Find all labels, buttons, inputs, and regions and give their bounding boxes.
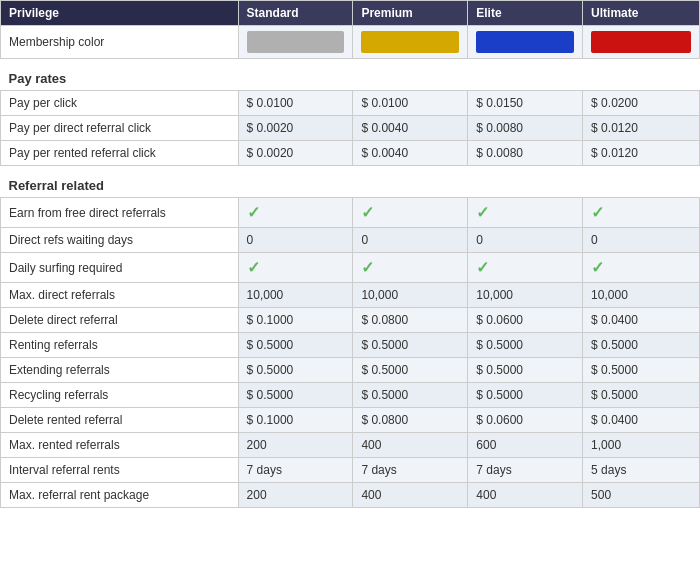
elite-cell: 600 <box>468 433 583 458</box>
standard-cell: $ 0.0100 <box>238 91 353 116</box>
header-elite: Elite <box>468 1 583 26</box>
ultimate-cell: $ 0.0400 <box>583 408 700 433</box>
standard-cell: 10,000 <box>238 283 353 308</box>
premium-cell: $ 0.5000 <box>353 333 468 358</box>
header-ultimate: Ultimate <box>583 1 700 26</box>
standard-cell: $ 0.5000 <box>238 383 353 408</box>
standard-cell: 7 days <box>238 458 353 483</box>
standard-cell: 200 <box>238 483 353 508</box>
ultimate-cell: ✓ <box>583 253 700 283</box>
checkmark-icon: ✓ <box>247 204 260 221</box>
privilege-label-cell: Max. direct referrals <box>1 283 239 308</box>
table-row: Direct refs waiting days0000 <box>1 228 700 253</box>
ultimate-cell: 1,000 <box>583 433 700 458</box>
standard-cell: 0 <box>238 228 353 253</box>
table-row: Extending referrals$ 0.5000$ 0.5000$ 0.5… <box>1 358 700 383</box>
ultimate-color-cell <box>583 26 700 59</box>
privilege-label-cell: Recycling referrals <box>1 383 239 408</box>
premium-cell: 7 days <box>353 458 468 483</box>
standard-cell: ✓ <box>238 198 353 228</box>
elite-cell: $ 0.0080 <box>468 141 583 166</box>
privilege-label-cell: Interval referral rents <box>1 458 239 483</box>
section-title: Pay rates <box>1 59 700 91</box>
premium-cell: $ 0.0040 <box>353 116 468 141</box>
privilege-label-cell: Max. referral rent package <box>1 483 239 508</box>
premium-cell: $ 0.5000 <box>353 358 468 383</box>
ultimate-cell: $ 0.5000 <box>583 383 700 408</box>
header-privilege: Privilege <box>1 1 239 26</box>
table-row: Max. referral rent package200400400500 <box>1 483 700 508</box>
header-premium: Premium <box>353 1 468 26</box>
ultimate-cell: $ 0.0400 <box>583 308 700 333</box>
standard-cell: $ 0.5000 <box>238 333 353 358</box>
ultimate-cell: $ 0.0120 <box>583 141 700 166</box>
table-row: Pay per click$ 0.0100$ 0.0100$ 0.0150$ 0… <box>1 91 700 116</box>
checkmark-icon: ✓ <box>591 259 604 276</box>
privilege-label-cell: Pay per direct referral click <box>1 116 239 141</box>
ultimate-cell: 0 <box>583 228 700 253</box>
elite-cell: $ 0.5000 <box>468 358 583 383</box>
ultimate-color-swatch <box>591 31 691 53</box>
table-row: Pay per rented referral click$ 0.0020$ 0… <box>1 141 700 166</box>
checkmark-icon: ✓ <box>476 259 489 276</box>
ultimate-cell: $ 0.5000 <box>583 358 700 383</box>
section-header-row: Pay rates <box>1 59 700 91</box>
table-row: Interval referral rents7 days7 days7 day… <box>1 458 700 483</box>
privilege-label-cell: Daily surfing required <box>1 253 239 283</box>
standard-cell: 200 <box>238 433 353 458</box>
elite-color-cell <box>468 26 583 59</box>
elite-cell: 0 <box>468 228 583 253</box>
elite-cell: $ 0.5000 <box>468 383 583 408</box>
table-row: Renting referrals$ 0.5000$ 0.5000$ 0.500… <box>1 333 700 358</box>
privilege-label-cell: Renting referrals <box>1 333 239 358</box>
table-row: Delete rented referral$ 0.1000$ 0.0800$ … <box>1 408 700 433</box>
standard-cell: $ 0.5000 <box>238 358 353 383</box>
premium-cell: $ 0.0800 <box>353 408 468 433</box>
premium-cell: $ 0.0800 <box>353 308 468 333</box>
privilege-label-cell: Delete direct referral <box>1 308 239 333</box>
standard-cell: $ 0.0020 <box>238 116 353 141</box>
standard-cell: $ 0.1000 <box>238 308 353 333</box>
section-title: Referral related <box>1 166 700 198</box>
premium-cell: ✓ <box>353 198 468 228</box>
checkmark-icon: ✓ <box>247 259 260 276</box>
premium-cell: 10,000 <box>353 283 468 308</box>
premium-cell: $ 0.5000 <box>353 383 468 408</box>
table-row: Delete direct referral$ 0.1000$ 0.0800$ … <box>1 308 700 333</box>
checkmark-icon: ✓ <box>476 204 489 221</box>
premium-color-cell <box>353 26 468 59</box>
premium-color-swatch <box>361 31 459 53</box>
header-standard: Standard <box>238 1 353 26</box>
privilege-label-cell: Direct refs waiting days <box>1 228 239 253</box>
premium-cell: $ 0.0040 <box>353 141 468 166</box>
elite-cell: 10,000 <box>468 283 583 308</box>
standard-cell: $ 0.0020 <box>238 141 353 166</box>
standard-cell: $ 0.1000 <box>238 408 353 433</box>
premium-cell: 0 <box>353 228 468 253</box>
privilege-label-cell: Earn from free direct referrals <box>1 198 239 228</box>
privilege-label-cell: Extending referrals <box>1 358 239 383</box>
checkmark-icon: ✓ <box>591 204 604 221</box>
membership-color-label: Membership color <box>1 26 239 59</box>
table-row: Recycling referrals$ 0.5000$ 0.5000$ 0.5… <box>1 383 700 408</box>
table-row: Max. rented referrals2004006001,000 <box>1 433 700 458</box>
table-row: Pay per direct referral click$ 0.0020$ 0… <box>1 116 700 141</box>
ultimate-cell: $ 0.0120 <box>583 116 700 141</box>
standard-color-cell <box>238 26 353 59</box>
table-row: Earn from free direct referrals✓✓✓✓ <box>1 198 700 228</box>
privilege-label-cell: Pay per click <box>1 91 239 116</box>
premium-cell: ✓ <box>353 253 468 283</box>
elite-color-swatch <box>476 31 574 53</box>
section-header-row: Referral related <box>1 166 700 198</box>
elite-cell: ✓ <box>468 198 583 228</box>
privilege-label-cell: Delete rented referral <box>1 408 239 433</box>
elite-cell: $ 0.0150 <box>468 91 583 116</box>
elite-cell: $ 0.0600 <box>468 308 583 333</box>
privileges-table: Privilege Standard Premium Elite Ultimat… <box>0 0 700 508</box>
standard-color-swatch <box>247 31 345 53</box>
ultimate-cell: 500 <box>583 483 700 508</box>
ultimate-cell: $ 0.0200 <box>583 91 700 116</box>
premium-cell: 400 <box>353 483 468 508</box>
ultimate-cell: 10,000 <box>583 283 700 308</box>
premium-cell: 400 <box>353 433 468 458</box>
